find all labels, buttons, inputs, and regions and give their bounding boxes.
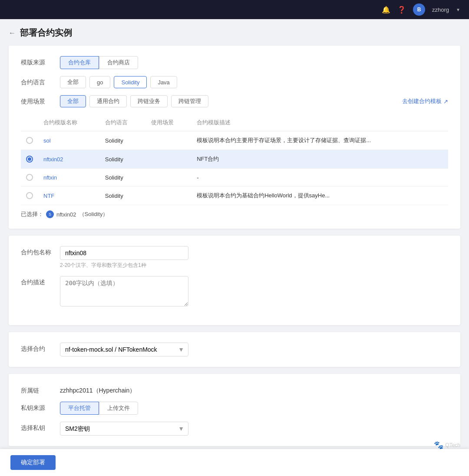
create-template-link[interactable]: 去创建合约模板 ↗: [402, 97, 448, 105]
lang-row: 合约语言 全部 go Solidity Java: [21, 76, 448, 88]
scene-btn-all[interactable]: 全部: [60, 95, 86, 107]
lang-btn-group: 全部 go Solidity Java: [60, 76, 448, 88]
contract-desc-nftxin02: NFT合约: [192, 150, 448, 169]
lang-btn-solidity[interactable]: Solidity: [114, 76, 147, 88]
contract-lang-nftxin: Solidity: [100, 169, 146, 186]
table-row[interactable]: nftxin02 Solidity NFT合约: [21, 150, 448, 169]
select-contract-section: 选择合约 nf-token-mock.sol / NFTokenMock ▼: [9, 332, 460, 367]
key-select[interactable]: SM2密钥 EC密钥: [60, 422, 188, 436]
source-row: 模版来源 合约仓库 合约商店: [21, 56, 448, 69]
solidity-icon: S: [46, 210, 54, 218]
contract-name-nftxin[interactable]: nftxin: [43, 174, 57, 181]
selected-name: nftxin02: [56, 211, 76, 218]
key-select-row: 选择私钥 SM2密钥 EC密钥 ▼: [21, 422, 448, 436]
username-label: zzhorg: [432, 7, 449, 13]
user-menu-chevron[interactable]: ▼: [456, 7, 460, 12]
radio-sol[interactable]: [26, 137, 33, 144]
table-row[interactable]: sol Solidity 模板说明本合约主要用于存证场景，主要设计了存储证据、查…: [21, 131, 448, 150]
contract-desc-input[interactable]: [60, 276, 188, 306]
contract-name-nftxin02[interactable]: nftxin02: [43, 156, 63, 163]
pkg-name-hint: 2-20个汉字、字母和数字至少包含1种: [60, 262, 448, 269]
chain-row: 所属链 zzhhpc2011（Hyperchain）: [21, 384, 448, 395]
contract-select[interactable]: nf-token-mock.sol / NFTokenMock: [60, 343, 188, 356]
scene-btn-cross-manage[interactable]: 跨链管理: [171, 95, 208, 107]
contract-lang-ntf: Solidity: [100, 186, 146, 205]
template-table: 合约模版名称 合约语言 使用场景 合约模版描述 sol Solidity: [21, 114, 448, 205]
pkg-name-label: 合约包名称: [21, 246, 60, 256]
page-header: ← 部署合约实例: [9, 19, 460, 46]
lang-label: 合约语言: [21, 76, 60, 87]
topbar: 🔔 ❓ B zzhorg ▼: [0, 0, 469, 19]
source-label: 模版来源: [21, 56, 60, 67]
key-source-label: 私钥来源: [21, 402, 60, 412]
key-source-row: 私钥来源 平台托管 上传文件: [21, 402, 448, 415]
footer-bar: 确定部署: [0, 449, 469, 476]
radio-ntf[interactable]: [26, 192, 33, 199]
contract-info-section: 合约包名称 2-20个汉字、字母和数字至少包含1种 合约描述: [9, 236, 460, 325]
external-link-icon: ↗: [443, 98, 448, 105]
col-header-name: 合约模版名称: [38, 114, 100, 131]
key-select-label: 选择私钥: [21, 422, 60, 432]
contract-scene-ntf: [146, 186, 192, 205]
pkg-name-row: 合约包名称 2-20个汉字、字母和数字至少包含1种: [21, 246, 448, 269]
radio-nftxin02[interactable]: [26, 156, 33, 163]
contract-lang-nftxin02: Solidity: [100, 150, 146, 169]
key-source-tab-upload[interactable]: 上传文件: [99, 402, 138, 415]
source-tab-shop[interactable]: 合约商店: [99, 56, 138, 69]
contract-desc-row: 合约描述: [21, 276, 448, 308]
page-title: 部署合约实例: [20, 27, 72, 39]
chain-value: zzhhpc2011（Hyperchain）: [60, 384, 448, 395]
key-source-tab-platform[interactable]: 平台托管: [60, 402, 99, 415]
contract-select-wrapper: nf-token-mock.sol / NFTokenMock ▼: [60, 343, 188, 356]
confirm-deploy-button[interactable]: 确定部署: [10, 455, 56, 470]
template-table-wrapper: 合约模版名称 合约语言 使用场景 合约模版描述 sol Solidity: [21, 114, 448, 205]
col-header-lang: 合约语言: [100, 114, 146, 131]
lang-btn-go[interactable]: go: [89, 76, 110, 88]
back-button[interactable]: ←: [9, 29, 16, 37]
table-row[interactable]: NTF Solidity 模板说明本合约为基础合约HelloWorld，提供sa…: [21, 186, 448, 205]
contract-scene-sol: [146, 131, 192, 150]
contract-select-row: 选择合约 nf-token-mock.sol / NFTokenMock ▼: [21, 343, 448, 356]
scene-label: 使用场景: [21, 95, 60, 106]
contract-scene-nftxin: [146, 169, 192, 186]
radio-nftxin[interactable]: [26, 174, 33, 181]
avatar: B: [413, 3, 425, 16]
contract-scene-nftxin02: [146, 150, 192, 169]
help-icon[interactable]: ❓: [397, 6, 406, 14]
selected-info: 已选择： S nftxin02 （Solidity）: [21, 210, 448, 218]
scene-btn-general[interactable]: 通用合约: [89, 95, 127, 107]
table-row[interactable]: nftxin Solidity -: [21, 169, 448, 186]
contract-desc-sol: 模板说明本合约主要用于存证场景，主要设计了存储证据、查询证据...: [192, 131, 448, 150]
qtech-logo-text: QTech: [445, 442, 460, 448]
scene-content: 全部 通用合约 跨链业务 跨链管理 去创建合约模板 ↗: [60, 95, 448, 107]
contract-name-ntf[interactable]: NTF: [43, 193, 54, 199]
pkg-name-input[interactable]: [60, 246, 188, 260]
contract-desc-label: 合约描述: [21, 276, 60, 286]
scene-btn-cross-chain[interactable]: 跨链业务: [130, 95, 168, 107]
create-template-label: 去创建合约模板: [402, 97, 442, 105]
lang-btn-java[interactable]: Java: [150, 76, 177, 88]
contract-name-sol[interactable]: sol: [43, 137, 51, 144]
scene-row: 使用场景 全部 通用合约 跨链业务 跨链管理 去创建合约模板 ↗: [21, 95, 448, 107]
col-header-desc: 合约模版描述: [192, 114, 448, 131]
selected-prefix: 已选择：: [21, 210, 43, 218]
chain-section: 所属链 zzhhpc2011（Hyperchain） 私钥来源 平台托管 上传文…: [9, 374, 460, 446]
select-template-section: 模版来源 合约仓库 合约商店 合约语言 全部 go Solidity Java: [9, 46, 460, 229]
contract-desc-ntf: 模板说明本合约为基础合约HelloWorld，提供sayHe...: [192, 186, 448, 205]
source-tab-warehouse[interactable]: 合约仓库: [60, 56, 99, 69]
chain-label: 所属链: [21, 384, 60, 395]
source-tab-group: 合约仓库 合约商店: [60, 56, 448, 69]
key-select-wrapper: SM2密钥 EC密钥 ▼: [60, 422, 188, 436]
qtech-logo-icon: 🐾: [434, 440, 443, 450]
contract-lang-sol: Solidity: [100, 131, 146, 150]
bell-icon[interactable]: 🔔: [382, 6, 390, 14]
contract-desc-nftxin: -: [192, 169, 448, 186]
qtech-branding: 🐾 QTech: [434, 440, 460, 450]
selected-lang: （Solidity）: [79, 210, 109, 218]
lang-btn-all[interactable]: 全部: [60, 76, 86, 88]
contract-select-label: 选择合约: [21, 343, 60, 353]
col-header-scene: 使用场景: [146, 114, 192, 131]
